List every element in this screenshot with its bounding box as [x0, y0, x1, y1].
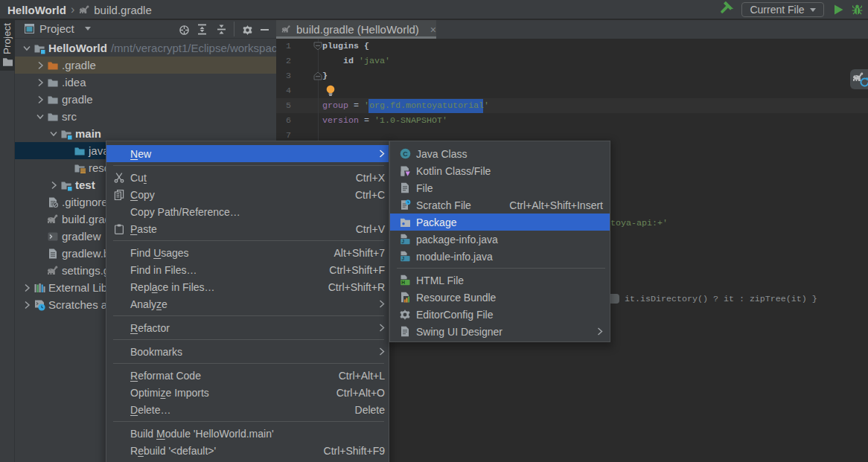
svg-text:H: H	[401, 280, 405, 285]
svg-text:J: J	[402, 256, 405, 261]
svg-text:C: C	[403, 150, 408, 158]
svg-text:J: J	[402, 239, 405, 244]
